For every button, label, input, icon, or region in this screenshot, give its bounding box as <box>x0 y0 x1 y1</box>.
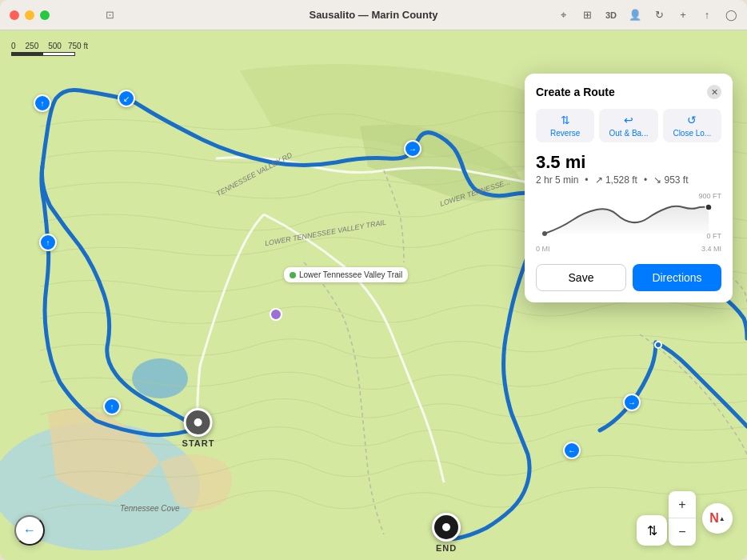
route-actions: ⇅ Reverse ↩ Out & Ba... ↺ Close Lo... <box>536 109 721 142</box>
elevation-chart-svg <box>536 192 721 240</box>
arrow-marker-3: ↑ <box>39 234 57 251</box>
route-details: 2 hr 5 min • ↗ 1,528 ft • ↘ 953 ft <box>536 174 721 186</box>
panel-close-button[interactable]: ✕ <box>707 85 721 99</box>
arrow-marker-4: ↑ <box>103 398 121 415</box>
arrow-marker-6: ← <box>563 442 581 459</box>
panel-header: Create a Route ✕ <box>536 85 721 99</box>
arrow-marker-1: ↙ <box>118 90 135 107</box>
chart-x-end: 3.4 MI <box>701 245 721 253</box>
zoom-in-button[interactable]: + <box>669 491 696 518</box>
reverse-button[interactable]: ⇅ Reverse <box>536 109 594 142</box>
minimize-button[interactable] <box>25 10 34 20</box>
share-icon[interactable]: ↑ <box>701 9 713 22</box>
arrow-marker-2: → <box>404 140 421 158</box>
route-elev-up: ↗ 1,528 ft <box>595 174 637 186</box>
zoom-out-button[interactable]: − <box>669 518 696 546</box>
titlebar: ⊡ Sausalito — Marin County ⌖ ⊞ 3D 👤 ↻ + … <box>0 0 747 30</box>
3d-icon[interactable]: 3D <box>605 9 617 22</box>
trail-marker: Lower Tennessee Valley Trail <box>284 267 408 282</box>
people-icon[interactable]: 👤 <box>629 9 641 22</box>
window-title: Sausalito — Marin County <box>309 9 437 21</box>
maximize-button[interactable] <box>40 10 50 20</box>
out-back-label: Out & Ba... <box>609 129 649 138</box>
scale-labels: 0 250 500 750 ft <box>11 42 88 50</box>
separator-dot2: • <box>644 174 647 186</box>
app-window: ⊡ Sausalito — Marin County ⌖ ⊞ 3D 👤 ↻ + … <box>0 0 747 560</box>
start-circle <box>184 408 213 437</box>
end-label: END <box>436 543 457 553</box>
end-circle <box>432 513 461 542</box>
out-back-icon: ↩ <box>624 114 633 126</box>
close-loop-button[interactable]: ↺ Close Lo... <box>663 109 721 142</box>
bottom-right-controls: + − N ▲ <box>669 491 733 546</box>
back-button[interactable]: ← <box>14 515 45 546</box>
start-inner <box>194 418 202 426</box>
chart-x-start: 0 MI <box>536 245 550 253</box>
route-time: 2 hr 5 min <box>536 174 578 186</box>
compass-n: N <box>709 511 719 526</box>
scale-bar: 0 250 500 750 ft <box>11 42 88 56</box>
add-icon[interactable]: + <box>677 9 689 22</box>
route-dot <box>654 341 662 349</box>
chart-y-bottom: 0 FT <box>706 232 721 240</box>
filter-icon: ⇅ <box>647 523 657 538</box>
compass-button[interactable]: N ▲ <box>702 503 733 534</box>
close-loop-icon: ↺ <box>687 114 697 126</box>
poi-marker[interactable] <box>270 308 282 321</box>
start-label: START <box>182 438 215 448</box>
trail-dot-icon <box>290 272 296 278</box>
map-area[interactable]: 0 250 500 750 ft TENNESSEE VALLEY RD LOW… <box>0 30 747 560</box>
directions-button[interactable]: Directions <box>633 264 721 291</box>
route-stats: 3.5 mi 2 hr 5 min • ↗ 1,528 ft • ↘ 953 f… <box>536 152 721 186</box>
zoom-controls: + − <box>669 491 696 546</box>
svg-point-2 <box>132 358 188 398</box>
end-marker: END <box>432 513 461 553</box>
arrow-marker-0: ↑ <box>34 94 51 112</box>
bottom-left-controls: ← <box>14 515 45 546</box>
compass-arrow: ▲ <box>719 515 725 522</box>
svg-point-3 <box>542 231 547 236</box>
close-loop-label: Close Lo... <box>673 129 711 138</box>
arrow-marker-5: → <box>623 394 641 411</box>
start-marker: START <box>182 408 215 448</box>
refresh-icon[interactable]: ↻ <box>653 9 665 22</box>
chart-y-labels: 900 FT 0 FT <box>698 192 721 240</box>
route-elev-down: ↘ 953 ft <box>653 174 688 186</box>
label-tennessee-cove: Tennessee Cove <box>120 504 180 513</box>
end-inner <box>442 523 450 531</box>
chart-x-labels: 0 MI 3.4 MI <box>536 245 721 253</box>
separator-dot: • <box>585 174 588 186</box>
trail-name: Lower Tennessee Valley Trail <box>299 270 402 279</box>
reverse-label: Reverse <box>550 129 580 138</box>
chart-y-top: 900 FT <box>698 192 721 200</box>
location-icon[interactable]: ⌖ <box>557 9 569 22</box>
filter-button[interactable]: ⇅ <box>637 515 667 546</box>
toolbar-icons: ⌖ ⊞ 3D 👤 ↻ + ↑ ◯ <box>557 9 737 22</box>
route-panel: Create a Route ✕ ⇅ Reverse ↩ Out & Ba...… <box>525 74 733 302</box>
account-icon[interactable]: ◯ <box>725 9 737 22</box>
panel-buttons: Save Directions <box>536 264 721 291</box>
reverse-icon: ⇅ <box>561 114 570 126</box>
panel-title: Create a Route <box>536 86 615 98</box>
traffic-lights <box>10 10 50 20</box>
close-button[interactable] <box>10 10 19 20</box>
route-distance: 3.5 mi <box>536 152 721 173</box>
out-back-button[interactable]: ↩ Out & Ba... <box>599 109 657 142</box>
window-icon: ⊡ <box>106 9 114 21</box>
layers-icon[interactable]: ⊞ <box>581 9 593 22</box>
elevation-chart: 900 FT 0 FT <box>536 192 721 256</box>
save-button[interactable]: Save <box>536 264 626 291</box>
